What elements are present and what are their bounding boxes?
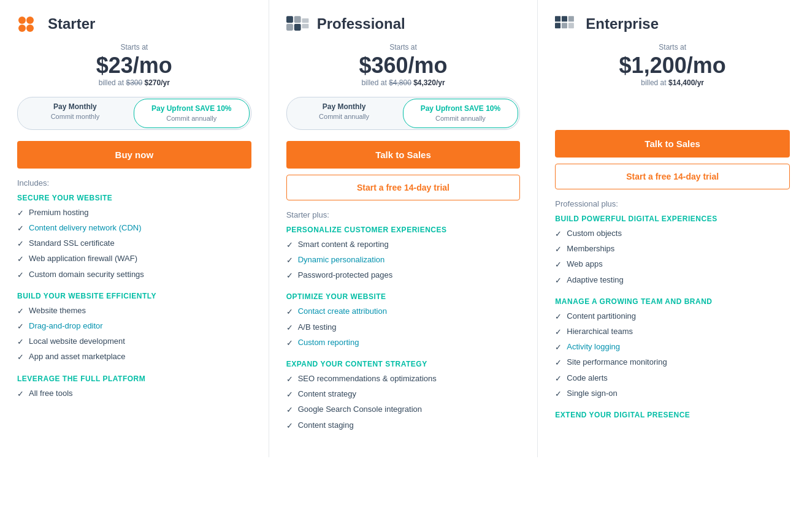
starts-at-starter: Starts at (17, 43, 251, 51)
price-starter: $23/mo (17, 53, 251, 78)
professional-icon (286, 15, 311, 33)
price-professional: $360/mo (286, 53, 521, 78)
plan-header-enterprise: Enterprise (555, 15, 790, 33)
svg-point-2 (18, 25, 26, 32)
svg-rect-15 (568, 23, 574, 28)
check-icon: ✓ (555, 259, 562, 270)
feature-group-title-enterprise-2: EXTEND YOUR DIGITAL PRESENCE (555, 411, 790, 419)
cta-primary-enterprise[interactable]: Talk to Sales (555, 130, 790, 158)
feature-text: Memberships (567, 243, 614, 254)
feature-group-starter-2: LEVERAGE THE FULL PLATFORM ✓ All free to… (17, 374, 251, 400)
toggle-annual-professional[interactable]: Pay Upfront SAVE 10% Commit annually (403, 99, 519, 128)
feature-group-title-enterprise-1: MANAGE A GROWING TEAM AND BRAND (555, 297, 790, 306)
feature-item-starter-1-0: ✓ Website themes (17, 305, 251, 317)
feature-item-enterprise-1-3: ✓ Site performance monitoring (555, 357, 790, 368)
svg-rect-4 (286, 16, 293, 23)
cta-primary-professional[interactable]: Talk to Sales (286, 141, 521, 169)
feature-group-enterprise-0: BUILD POWERFUL DIGITAL EXPERIENCES ✓ Cus… (555, 215, 790, 286)
feature-text: A/B testing (298, 322, 337, 333)
check-icon: ✓ (17, 208, 24, 219)
check-icon: ✓ (555, 389, 562, 400)
feature-item-starter-0-1: ✓ Content delivery network (CDN) (17, 222, 251, 234)
feature-text: Dynamic personalization (298, 254, 385, 265)
feature-text: Premium hosting (29, 207, 89, 218)
toggle-monthly-professional[interactable]: Pay Monthly Commit annually (287, 97, 402, 129)
toggle-annual-starter[interactable]: Pay Upfront SAVE 10% Commit annually (134, 99, 250, 128)
check-icon: ✓ (286, 240, 293, 251)
feature-text: Password-protected pages (298, 270, 393, 281)
feature-item-enterprise-1-0: ✓ Content partitioning (555, 311, 790, 322)
check-icon: ✓ (17, 321, 24, 332)
billing-toggle-professional[interactable]: Pay Monthly Commit annually Pay Upfront … (286, 97, 521, 130)
feature-item-starter-2-0: ✓ All free tools (17, 388, 251, 400)
feature-item-enterprise-1-4: ✓ Code alerts (555, 373, 790, 384)
feature-item-enterprise-1-5: ✓ Single sign-on (555, 388, 790, 400)
feature-text: Activity logging (567, 341, 620, 352)
feature-text: Single sign-on (567, 388, 617, 399)
check-icon: ✓ (286, 338, 293, 349)
feature-text: Site performance monitoring (567, 357, 667, 368)
feature-item-enterprise-1-1: ✓ Hierarchical teams (555, 326, 790, 338)
features-professional: Starter plus: PERSONALIZE CUSTOMER EXPER… (286, 210, 521, 431)
plan-col-enterprise: Enterprise Starts at $1,200/mo billed at… (538, 0, 807, 457)
feature-item-professional-1-1: ✓ A/B testing (286, 322, 521, 333)
feature-text: Content staging (298, 420, 354, 431)
svg-rect-14 (562, 23, 567, 28)
plan-header-starter: Starter (17, 15, 251, 33)
cta-secondary-professional[interactable]: Start a free 14-day trial (286, 175, 521, 200)
starts-at-enterprise: Starts at (555, 43, 790, 51)
check-icon: ✓ (286, 322, 293, 333)
svg-rect-12 (568, 16, 574, 21)
features-starter: Includes: SECURE YOUR WEBSITE ✓ Premium … (17, 178, 251, 400)
check-icon: ✓ (555, 373, 562, 384)
feature-text: Smart content & reporting (298, 239, 389, 250)
feature-item-professional-1-2: ✓ Custom reporting (286, 337, 521, 349)
check-icon: ✓ (555, 275, 562, 286)
feature-item-starter-1-2: ✓ Local website development (17, 336, 251, 348)
cta-secondary-enterprise[interactable]: Start a free 14-day trial (555, 164, 790, 189)
feature-text: Google Search Console integration (298, 404, 422, 415)
svg-rect-13 (555, 23, 560, 28)
feature-group-starter-0: SECURE YOUR WEBSITE ✓ Premium hosting ✓ … (17, 194, 251, 281)
check-icon: ✓ (555, 311, 562, 322)
svg-rect-5 (294, 16, 300, 23)
starts-at-professional: Starts at (286, 43, 521, 51)
billing-toggle-starter[interactable]: Pay Monthly Commit monthly Pay Upfront S… (17, 97, 251, 130)
svg-point-0 (18, 17, 26, 24)
feature-item-enterprise-0-1: ✓ Memberships (555, 243, 790, 255)
feature-item-professional-2-3: ✓ Content staging (286, 420, 521, 431)
feature-group-starter-1: BUILD YOUR WEBSITE EFFICIENTLY ✓ Website… (17, 292, 251, 363)
feature-item-enterprise-1-2: ✓ Activity logging (555, 341, 790, 353)
feature-group-title-starter-0: SECURE YOUR WEBSITE (17, 194, 251, 202)
feature-group-professional-2: EXPAND YOUR CONTENT STRATEGY ✓ SEO recom… (286, 360, 521, 431)
check-icon: ✓ (286, 270, 293, 281)
feature-text: Web application firewall (WAF) (29, 253, 137, 264)
feature-item-professional-0-0: ✓ Smart content & reporting (286, 239, 521, 251)
feature-item-professional-0-2: ✓ Password-protected pages (286, 270, 521, 281)
check-icon: ✓ (286, 420, 293, 431)
svg-rect-9 (302, 24, 308, 28)
feature-item-enterprise-0-0: ✓ Custom objects (555, 228, 790, 240)
feature-group-title-enterprise-0: BUILD POWERFUL DIGITAL EXPERIENCES (555, 215, 790, 223)
check-icon: ✓ (17, 254, 24, 265)
check-icon: ✓ (286, 374, 293, 385)
feature-text: Custom reporting (298, 337, 359, 348)
feature-group-enterprise-2: EXTEND YOUR DIGITAL PRESENCE (555, 411, 790, 419)
pricing-grid: Starter Starts at $23/mo billed at $300 … (0, 0, 807, 457)
price-billed-starter: billed at $300 $270/yr (17, 78, 251, 87)
feature-text: Hierarchical teams (567, 326, 633, 337)
feature-text: Website themes (29, 305, 86, 316)
toggle-monthly-starter[interactable]: Pay Monthly Commit monthly (18, 97, 132, 129)
svg-rect-6 (286, 24, 293, 31)
feature-group-title-starter-1: BUILD YOUR WEBSITE EFFICIENTLY (17, 292, 251, 300)
plan-col-starter: Starter Starts at $23/mo billed at $300 … (0, 0, 269, 457)
check-icon: ✓ (17, 270, 24, 281)
includes-label-starter: Includes: (17, 178, 251, 188)
check-icon: ✓ (555, 229, 562, 240)
check-icon: ✓ (17, 223, 24, 234)
svg-rect-10 (555, 16, 560, 21)
feature-text: Content delivery network (CDN) (29, 222, 142, 234)
includes-label-professional: Starter plus: (286, 210, 521, 219)
feature-text: Custom objects (567, 228, 622, 239)
cta-primary-starter[interactable]: Buy now (17, 141, 251, 169)
